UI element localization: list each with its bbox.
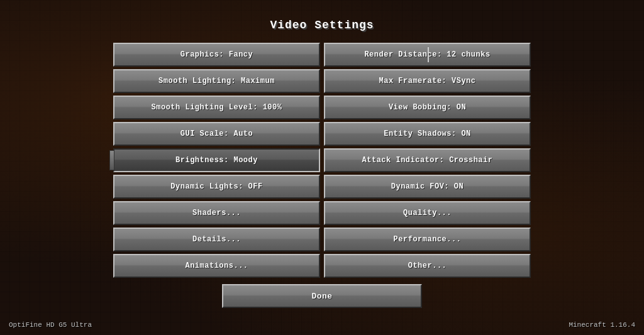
settings-grid: Graphics: FancyRender Distance: 12 chunk… — [113, 43, 531, 278]
btn-render-distance[interactable]: Render Distance: 12 chunks — [324, 43, 531, 67]
btn-graphics[interactable]: Graphics: Fancy — [113, 43, 320, 67]
btn-entity-shadows[interactable]: Entity Shadows: ON — [324, 122, 531, 146]
screen: Video Settings Graphics: FancyRender Dis… — [0, 0, 644, 335]
done-button[interactable]: Done — [222, 284, 423, 308]
btn-smooth-lighting-level[interactable]: Smooth Lighting Level: 100% — [113, 96, 320, 119]
btn-view-bobbing[interactable]: View Bobbing: ON — [324, 96, 531, 119]
page-title: Video Settings — [270, 19, 374, 31]
btn-smooth-lighting[interactable]: Smooth Lighting: Maximum — [113, 69, 320, 93]
btn-dynamic-lights[interactable]: Dynamic Lights: OFF — [113, 175, 320, 199]
btn-dynamic-fov[interactable]: Dynamic FOV: ON — [324, 175, 531, 199]
btn-performance[interactable]: Performance... — [324, 228, 531, 251]
footer-right: Minecraft 1.16.4 — [569, 321, 635, 329]
btn-other[interactable]: Other... — [324, 254, 531, 278]
btn-details[interactable]: Details... — [113, 228, 320, 251]
btn-brightness[interactable]: Brightness: Moody — [113, 148, 320, 172]
btn-animations[interactable]: Animations... — [113, 254, 320, 278]
btn-max-framerate[interactable]: Max Framerate: VSync — [324, 69, 531, 93]
btn-shaders[interactable]: Shaders... — [113, 201, 320, 225]
btn-gui-scale[interactable]: GUI Scale: Auto — [113, 122, 320, 146]
done-button-wrapper: Done — [222, 284, 423, 308]
btn-attack-indicator[interactable]: Attack Indicator: Crosshair — [324, 148, 531, 172]
footer-left: OptiFine HD G5 Ultra — [9, 321, 92, 329]
btn-quality[interactable]: Quality... — [324, 201, 531, 225]
